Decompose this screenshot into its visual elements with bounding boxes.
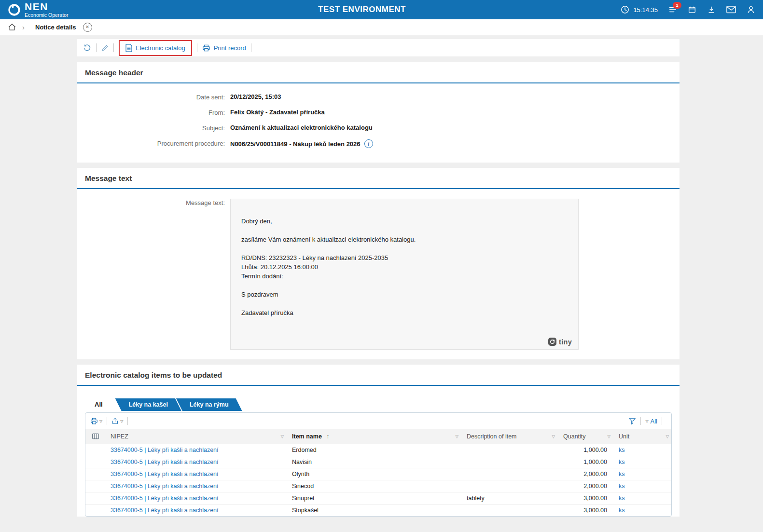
- filter-triangle-icon[interactable]: ▽: [607, 434, 610, 439]
- document-icon: [125, 44, 132, 52]
- filter-triangle-icon[interactable]: ▽: [552, 434, 555, 439]
- filter-triangle-icon[interactable]: ▽: [666, 434, 669, 439]
- separator: [662, 417, 662, 425]
- print-record-button[interactable]: Print record: [201, 44, 247, 52]
- row-icon-cell: [85, 480, 106, 492]
- column-header-item-name[interactable]: Item name ↑ ▽: [287, 429, 462, 444]
- column-header-quantity[interactable]: Quantity ▽: [558, 429, 614, 444]
- description-cell: [462, 480, 558, 492]
- table-row[interactable]: 33674000-5 | Léky při kašli a nachlazení…: [85, 468, 672, 480]
- notifications-button[interactable]: 1: [668, 5, 677, 14]
- quantity-cell: 3,000.00: [558, 504, 614, 516]
- nipez-link[interactable]: 33674000-5 | Léky při kašli a nachlazení: [111, 483, 219, 490]
- history-button[interactable]: [82, 44, 92, 52]
- date-sent-value: 20/12/2025, 15:03: [230, 93, 281, 100]
- nen-logo[interactable]: NEN Economic Operator: [8, 1, 68, 18]
- quantity-cell: 1,000.00: [558, 456, 614, 468]
- column-settings-button[interactable]: [90, 433, 101, 440]
- column-header-description[interactable]: Description of item ▽: [462, 429, 558, 444]
- quantity-cell: 2,000.00: [558, 480, 614, 492]
- filter-triangle-icon[interactable]: ▽: [455, 434, 458, 439]
- print-dropdown-icon[interactable]: ▽: [99, 419, 102, 423]
- grid-export-button[interactable]: ▽: [111, 417, 123, 425]
- header-actions: 15:14:35 1: [621, 5, 755, 14]
- printer-icon: [202, 44, 210, 52]
- unit-link[interactable]: ks: [619, 459, 625, 465]
- edit-button[interactable]: [100, 44, 110, 52]
- clock-icon: [621, 5, 629, 14]
- separator: [127, 417, 128, 425]
- filter-scope-dropdown-icon[interactable]: ▽: [645, 419, 648, 423]
- nipez-link[interactable]: 33674000-5 | Léky při kašli a nachlazení: [111, 459, 219, 465]
- separator: [251, 43, 251, 52]
- grid-filter-button[interactable]: [628, 417, 636, 425]
- item-name-cell: Olynth: [287, 468, 462, 480]
- app-header: NEN Economic Operator TEST ENVIRONMENT 1…: [0, 0, 763, 19]
- tiny-brand-text: tiny: [559, 338, 572, 346]
- unit-link[interactable]: ks: [619, 447, 625, 453]
- message-text-row: Message text: Dobrý den, zasíláme Vám oz…: [77, 189, 680, 359]
- table-row[interactable]: 33674000-5 | Léky při kašli a nachlazení…: [85, 456, 672, 468]
- messages-button[interactable]: [726, 6, 736, 14]
- field-label: Subject:: [85, 124, 225, 132]
- catalog-table: NIPEZ ▽ Item name ↑ ▽ Description of ite…: [85, 429, 672, 516]
- separator: [96, 43, 97, 52]
- description-cell: [462, 444, 558, 456]
- column-label: Unit: [619, 433, 629, 440]
- info-icon[interactable]: i: [364, 139, 373, 148]
- grid-toolbar: ▽ ▽ ▽ All: [85, 413, 671, 429]
- pencil-icon: [101, 44, 109, 52]
- message-text-head: Message text: [77, 168, 680, 189]
- unit-link[interactable]: ks: [619, 471, 625, 477]
- unit-link[interactable]: ks: [619, 483, 625, 490]
- item-name-cell: Sinecod: [287, 480, 462, 492]
- grid-print-button[interactable]: ▽: [90, 417, 102, 425]
- separator: [107, 417, 107, 425]
- procurement-procedure-text: N006/25/V00011849 - Nákup léků leden 202…: [230, 140, 361, 148]
- table-row[interactable]: 33674000-5 | Léky při kašli a nachlazení…: [85, 444, 672, 456]
- nipez-link[interactable]: 33674000-5 | Léky při kašli a nachlazení: [111, 447, 219, 453]
- tiny-logo-icon: [548, 338, 556, 346]
- description-cell: [462, 468, 558, 480]
- table-row[interactable]: 33674000-5 | Léky při kašli a nachlazení…: [85, 480, 672, 492]
- section-title: Message text: [85, 174, 672, 183]
- item-name-cell: Navisin: [287, 456, 462, 468]
- home-button[interactable]: [8, 23, 16, 31]
- unit-link[interactable]: ks: [619, 507, 625, 514]
- export-dropdown-icon[interactable]: ▽: [120, 419, 123, 423]
- nipez-link[interactable]: 33674000-5 | Léky při kašli a nachlazení: [111, 507, 219, 514]
- filter-triangle-icon[interactable]: ▽: [280, 434, 284, 439]
- tab-all[interactable]: All: [85, 398, 112, 411]
- catalog-head: Electronic catalog items to be updated: [77, 365, 680, 386]
- columns-icon: [92, 433, 99, 440]
- description-cell: tablety: [462, 492, 558, 504]
- column-header-unit[interactable]: Unit ▽: [614, 429, 672, 444]
- tab-leky-na-rymu[interactable]: Léky na rýmu: [176, 398, 242, 411]
- sort-ascending-icon[interactable]: ↑: [326, 433, 329, 440]
- tab-leky-na-kasel[interactable]: Léky na kašel: [115, 398, 181, 411]
- electronic-catalog-button[interactable]: Electronic catalog: [125, 44, 186, 52]
- record-toolbar: Electronic catalog Print record: [77, 39, 680, 56]
- section-title: Electronic catalog items to be updated: [85, 371, 672, 380]
- column-header-nipez[interactable]: NIPEZ ▽: [106, 429, 287, 444]
- table-row[interactable]: 33674000-5 | Léky při kašli a nachlazení…: [85, 492, 672, 504]
- downloads-button[interactable]: [707, 5, 716, 14]
- close-tab-button[interactable]: ✕: [83, 23, 92, 32]
- unit-link[interactable]: ks: [619, 495, 625, 502]
- funnel-icon: [628, 417, 636, 425]
- column-label: Item name: [292, 433, 322, 440]
- nipez-link[interactable]: 33674000-5 | Léky při kašli a nachlazení: [111, 471, 219, 477]
- field-label: Message text:: [85, 199, 225, 206]
- nipez-link[interactable]: 33674000-5 | Léky při kašli a nachlazení: [111, 495, 219, 502]
- field-row: Subject: Oznámení k aktualizaci elektron…: [85, 124, 672, 132]
- filter-scope-all[interactable]: All: [651, 418, 657, 425]
- field-label: Date sent:: [85, 93, 225, 101]
- row-icon-cell: [85, 504, 106, 516]
- environment-title: TEST ENVIRONMENT: [0, 5, 724, 14]
- profile-button[interactable]: [747, 5, 755, 14]
- message-header-fields: Date sent: 20/12/2025, 15:03 From: Felix…: [77, 83, 680, 163]
- breadcrumb: › Notice details ✕: [0, 19, 763, 35]
- separator: [640, 417, 641, 425]
- calendar-button[interactable]: [688, 5, 696, 14]
- table-row[interactable]: 33674000-5 | Léky při kašli a nachlazení…: [85, 504, 672, 516]
